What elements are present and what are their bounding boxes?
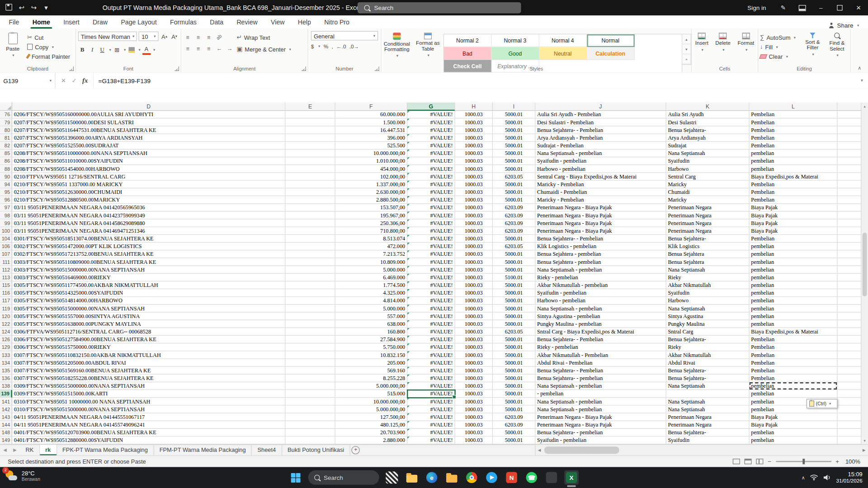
cell-J82[interactable]: Sudrajat - Pembelian [535, 142, 666, 150]
cell-J88[interactable]: Harbowo - pembelian [535, 165, 666, 173]
cell-K117[interactable]: Harbowo [666, 297, 750, 305]
gallery-up-button[interactable]: ▲ [682, 34, 690, 44]
tab-nitro-pro[interactable]: Nitro Pro [318, 15, 356, 28]
sheet-tab-fpk-pt-warna-media-packaging[interactable]: FPK-PT Warna Media Packaging [57, 445, 154, 455]
cell-K100[interactable]: Penerimaan Negara [666, 227, 750, 235]
cell-K90[interactable]: Sentral Carg [666, 173, 750, 181]
cell-I122[interactable]: 5000.01 [493, 320, 535, 328]
row-header-82[interactable]: 82 [0, 142, 12, 150]
fill-button[interactable]: ↓Fill▾ [758, 42, 800, 52]
cell-G135[interactable]: #VALUE! [407, 367, 455, 375]
cell-K95[interactable]: Chumaidi [666, 188, 750, 196]
cell-E119[interactable] [285, 305, 335, 312]
row-header-136[interactable]: 136 [0, 375, 12, 382]
cell-K94[interactable]: Maricky [666, 181, 750, 188]
cell-F126[interactable]: 27.584.900 [335, 336, 407, 343]
font-name-combo[interactable]: Times New Roman▾ [78, 32, 137, 41]
row-header-100[interactable]: 100 [0, 227, 12, 235]
zoom-in-button[interactable]: + [835, 458, 839, 465]
cell-E85[interactable] [285, 150, 335, 157]
cell-K85[interactable]: Nana Septiansah [666, 150, 750, 157]
cell-D97[interactable]: 03/11 95051PENERIMAAN NEGARA 04142056596… [12, 204, 285, 211]
cell-D148[interactable]: 0401/FTSCY/WS9505120703900.00BENUA SEJAH… [12, 429, 285, 436]
whatsapp-button[interactable]: ☎ [524, 470, 539, 485]
cell-K107[interactable]: Benua Sejahtera [666, 250, 750, 258]
cell-L143[interactable]: Biaya Pajak [750, 413, 838, 421]
format-painter-button[interactable]: Format Painter [25, 52, 71, 61]
cell-D112[interactable]: 0303/FTSCY/WS950515000000.00NANA SEPTIAN… [12, 266, 285, 274]
cell-K122[interactable]: Pungky Maulina [666, 320, 750, 328]
cell-G141[interactable]: #VALUE! [407, 398, 455, 405]
excel-taskbar-button[interactable]: X [564, 470, 579, 485]
cell-E76[interactable] [285, 111, 335, 118]
cell-G88[interactable]: #VALUE! [407, 165, 455, 173]
collapse-ribbon-button[interactable]: ∧ [858, 66, 861, 71]
cell-J85[interactable]: Nana Septiansah - pembelian [535, 150, 666, 157]
wrap-text-button[interactable]: ↵Wrap Text [235, 33, 293, 42]
scroll-down-button[interactable]: ▼ [861, 437, 868, 444]
cell-J115[interactable]: Akbar Nikmatullah - pembelian [535, 282, 666, 289]
cell-D117[interactable]: 0305/FTSCY/WS950514814000.00HARBOWO [12, 297, 285, 305]
cell-L90[interactable]: Biaya Expedisi,pos & Materai [750, 173, 838, 181]
ribbon-display-options-button[interactable] [793, 0, 811, 15]
cell-F133[interactable]: 10.832.150 [335, 351, 407, 359]
column-header-K[interactable]: K [666, 103, 750, 111]
cell-L133[interactable]: Pembelian [750, 351, 838, 359]
close-button[interactable]: ✕ [849, 0, 868, 15]
cell-G79[interactable]: #VALUE! [407, 118, 455, 126]
cell-H85[interactable]: 1000.03 [455, 150, 493, 157]
cell-E141[interactable] [285, 398, 335, 405]
cell-J135[interactable]: Benua Sejahtera- - Pembelian [535, 367, 666, 375]
decrease-decimal-button[interactable]: .0→ [349, 43, 359, 49]
cell-K106[interactable]: Klik Logistics [666, 243, 750, 250]
cell-H115[interactable]: 1000.03 [455, 282, 493, 289]
cell-D94[interactable]: 0210/FTSCY/WS95051 1337000.00 MARICKY [12, 181, 285, 188]
cell-J79[interactable]: Desi Sulastri - Pembelian [535, 118, 666, 126]
row-header-120[interactable]: 120 [0, 312, 12, 320]
cell-E82[interactable] [285, 142, 335, 150]
cell-E98[interactable] [285, 211, 335, 219]
cancel-entry-button[interactable]: ✕ [61, 77, 66, 84]
cell-G100[interactable]: #VALUE! [407, 227, 455, 235]
cell-G138[interactable]: #VALUE! [407, 382, 455, 390]
cell-H148[interactable]: 1000.03 [455, 429, 493, 436]
cell-G111[interactable]: #VALUE! [407, 258, 455, 266]
pen-button[interactable]: ✎ [774, 0, 793, 15]
cell-K104[interactable]: Benua Sejahtera- [666, 235, 750, 243]
cell-J99[interactable]: Penerimaan Negara - Biaya Pajak [535, 220, 666, 227]
cell-H107[interactable]: 1000.03 [455, 250, 493, 258]
cell-H138[interactable]: 1000.03 [455, 382, 493, 390]
cell-I126[interactable]: 5000.01 [493, 336, 535, 343]
cell-E124[interactable] [285, 328, 335, 336]
vertical-scrollbar[interactable]: ▲ ▼ [861, 103, 868, 444]
row-header-106[interactable]: 106 [0, 243, 12, 250]
cell-E97[interactable] [285, 204, 335, 211]
cell-G116[interactable]: #VALUE! [407, 289, 455, 297]
cell-F149[interactable]: 2.880.000 [335, 436, 407, 444]
row-header-143[interactable]: 143 [0, 413, 12, 421]
cell-G96[interactable]: #VALUE! [407, 196, 455, 204]
cell-H139[interactable]: 1000.03 [455, 390, 493, 398]
cell-J106[interactable]: Klik Logistics - pembelian [535, 243, 666, 250]
cell-I88[interactable]: 5000.01 [493, 165, 535, 173]
cell-I117[interactable]: 5000.01 [493, 297, 535, 305]
cell-L136[interactable]: Pembelian [750, 375, 838, 382]
cell-E113[interactable] [285, 274, 335, 282]
cell-E139[interactable] [285, 390, 335, 398]
cell-J120[interactable]: Sintya Agustina - pembelian [535, 312, 666, 320]
cell-F148[interactable]: 20.703.900 [335, 429, 407, 436]
name-box[interactable]: G139 ▾ [0, 73, 56, 89]
cell-D107[interactable]: 0302/FTSCY/WS950517213752.00BENUA SEJAHT… [12, 250, 285, 258]
cell-H82[interactable]: 1000.03 [455, 142, 493, 150]
cell-style-neutral[interactable]: Neutral [539, 47, 587, 60]
cell-K141[interactable]: Nana Septiansah [666, 398, 750, 405]
cell-H149[interactable]: 1000.03 [455, 436, 493, 444]
volume-icon[interactable] [823, 474, 831, 481]
sheet-nav-right-icon[interactable]: ▶ [10, 445, 20, 455]
cell-G126[interactable]: #VALUE! [407, 336, 455, 343]
page-layout-view-button[interactable] [745, 459, 752, 464]
cell-E96[interactable] [285, 196, 335, 204]
cell-style-calculation[interactable]: Calculation [587, 47, 634, 60]
edge-browser-button[interactable]: e [425, 470, 439, 485]
sheet-tab-sheet4[interactable]: Sheet4 [252, 445, 282, 455]
